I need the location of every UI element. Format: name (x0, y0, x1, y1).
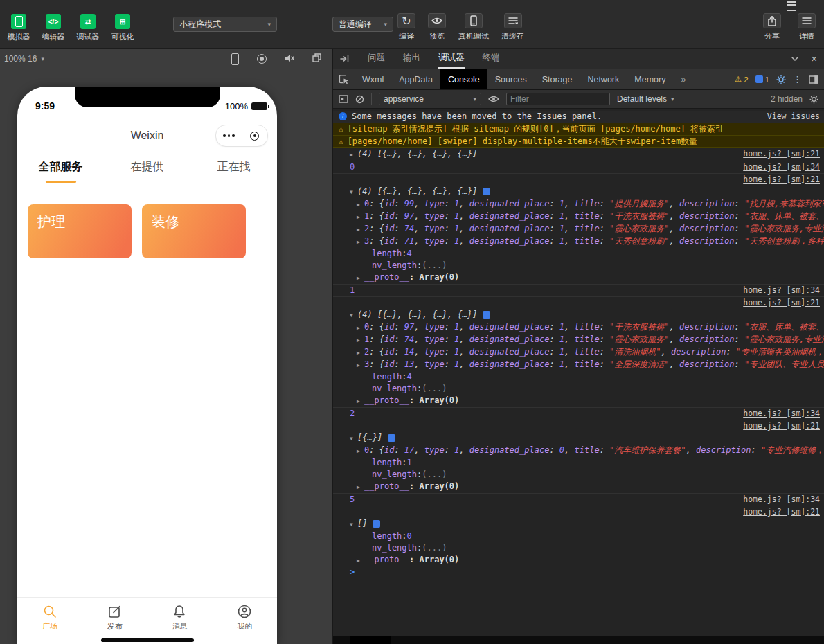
console-object-row[interactable]: ▶2: {id: 14, type: 1, designated_place: … (333, 346, 824, 359)
more-tabs-icon[interactable]: » (673, 69, 693, 89)
compile-button[interactable]: ↻ 编译 (397, 13, 415, 42)
mode-select[interactable]: 小程序模式 ▾ (173, 17, 277, 32)
expand-arrow-icon[interactable]: ▶ (357, 445, 364, 456)
tab-console[interactable]: Console (440, 69, 487, 89)
console-property-row[interactable]: nv_length: (...) (333, 542, 824, 554)
multi-window-icon[interactable] (312, 53, 321, 64)
console-sidebar-icon[interactable] (339, 95, 348, 103)
console-log-row[interactable]: ▼(4) [{…}, {…}, {…}, {…}] (333, 309, 824, 321)
console-proto-row[interactable]: ▶__proto__: Array(0) (333, 481, 824, 494)
console-property-row[interactable]: nv_length: (...) (333, 260, 824, 271)
source-link[interactable]: home.js? [sm]:21 (733, 149, 820, 159)
tabbar-profile[interactable]: 我的 (212, 598, 277, 638)
view-issues-link[interactable]: View issues (758, 111, 820, 122)
source-link[interactable]: home.js? [sm]:21 (733, 421, 820, 431)
console-object-row[interactable]: ▶3: {id: 13, type: 1, designated_place: … (333, 359, 824, 371)
device-icon[interactable] (231, 53, 239, 65)
console-object-row[interactable]: ▶0: {id: 99, type: 1, designated_place: … (333, 198, 824, 211)
debugger-toggle-button[interactable]: ⇄ 调试器 (72, 14, 104, 42)
tabbar-publish[interactable]: 发布 (82, 598, 147, 638)
tabbar-plaza[interactable]: 广场 (17, 598, 82, 638)
expand-arrow-icon[interactable]: ▶ (357, 322, 364, 333)
console-property-row[interactable]: length: 4 (333, 371, 824, 383)
console-proto-row[interactable]: ▶__proto__: Array(0) (333, 554, 824, 566)
console-object-row[interactable]: ▶0: {id: 17, type: 1, designated_place: … (333, 445, 824, 457)
tab-seeking[interactable]: 正在找 (190, 160, 277, 183)
expand-arrow-icon[interactable]: ▶ (357, 211, 364, 222)
expand-arrow-icon[interactable]: ▶ (350, 149, 357, 160)
expand-arrow-icon[interactable]: ▶ (357, 272, 364, 283)
console-property-row[interactable]: length: 1 (333, 457, 824, 469)
expand-arrow-icon[interactable]: ▶ (357, 347, 364, 358)
close-icon[interactable]: × (811, 53, 817, 64)
expand-arrow-icon[interactable]: ▼ (350, 433, 357, 444)
expand-arrow-icon[interactable]: ▶ (357, 395, 364, 406)
clear-cache-button[interactable]: 清缓存 (501, 13, 524, 42)
source-link[interactable]: home.js? [sm]:34 (733, 285, 820, 296)
source-link[interactable]: home.js? [sm]:34 (733, 162, 820, 172)
console-log-row[interactable]: ▼[{…}] (333, 432, 824, 445)
eye-icon[interactable] (488, 95, 499, 103)
issue-count-badge[interactable]: 1 (755, 75, 769, 84)
console-property-row[interactable]: nv_length: (...) (333, 469, 824, 481)
console-log-row[interactable]: ▶(4) [{…}, {…}, {…}, {…}]home.js? [sm]:2… (333, 148, 824, 161)
source-link[interactable]: home.js? [sm]:21 (733, 298, 820, 308)
levels-select[interactable]: Default levels ▾ (617, 94, 674, 104)
warning-count-badge[interactable]: ⚠2 (735, 75, 748, 84)
capsule-home-icon[interactable] (242, 125, 268, 146)
tabbar-messages[interactable]: 消息 (147, 598, 213, 638)
tab-providing[interactable]: 在提供 (104, 160, 190, 183)
console-log-row[interactable]: ▼(4) [{…}, {…}, {…}, {…}] (333, 186, 824, 198)
expand-arrow-icon[interactable]: ▼ (350, 310, 357, 321)
tab-debugger[interactable]: 调试器 (438, 48, 465, 69)
console-property-row[interactable]: length: 4 (333, 248, 824, 260)
settings-gear-icon[interactable] (776, 75, 786, 84)
editor-toggle-button[interactable]: </> 编辑器 (37, 14, 69, 42)
console-object-row[interactable]: ▶0: {id: 97, type: 1, designated_place: … (333, 321, 824, 334)
compile-mode-select[interactable]: 普通编译 ▾ (332, 17, 393, 32)
preview-button[interactable]: 预览 (428, 13, 446, 42)
copy-icon[interactable] (388, 434, 395, 442)
copy-icon[interactable] (483, 311, 490, 319)
console-settings-icon[interactable] (809, 95, 818, 104)
visualizer-toggle-button[interactable]: ⊞ 可视化 (107, 14, 138, 42)
tab-issues[interactable]: 问题 (368, 48, 385, 69)
expand-arrow-icon[interactable]: ▶ (357, 199, 364, 210)
kebab-menu-icon[interactable]: ⋮ (793, 74, 802, 84)
expand-arrow-icon[interactable]: ▶ (357, 334, 364, 346)
expand-arrow-icon[interactable]: ▶ (357, 555, 364, 566)
tab-sources[interactable]: Sources (487, 69, 535, 89)
share-button[interactable]: 分享 (763, 13, 781, 42)
dock-panel-icon[interactable] (340, 55, 350, 63)
console-object-row[interactable]: ▶3: {id: 71, type: 1, designated_place: … (333, 235, 824, 248)
device-debug-button[interactable]: 真机调试 (458, 13, 489, 42)
source-link[interactable]: home.js? [sm]:34 (733, 494, 820, 505)
tab-wxml[interactable]: Wxml (355, 69, 391, 89)
console-log-row[interactable]: ▼[] (333, 518, 824, 530)
expand-arrow-icon[interactable]: ▶ (357, 481, 364, 492)
dock-side-icon[interactable] (809, 75, 818, 84)
console-proto-row[interactable]: ▶__proto__: Array(0) (333, 271, 824, 285)
console-object-row[interactable]: ▶1: {id: 97, type: 1, designated_place: … (333, 211, 824, 223)
inspect-element-icon[interactable] (333, 69, 355, 89)
filter-input[interactable] (506, 93, 610, 105)
tab-all-services[interactable]: 全部服务 (17, 160, 104, 183)
collapse-chevron-icon[interactable] (791, 57, 798, 61)
console-proto-row[interactable]: ▶__proto__: Array(0) (333, 395, 824, 408)
source-link[interactable]: home.js? [sm]:21 (733, 507, 820, 517)
simulator-toggle-button[interactable]: 模拟器 (3, 14, 35, 42)
source-link[interactable]: home.js? [sm]:34 (733, 409, 820, 419)
clear-console-icon[interactable] (355, 95, 364, 104)
copy-icon[interactable] (483, 188, 490, 195)
tab-output[interactable]: 输出 (403, 48, 420, 69)
expand-arrow-icon[interactable]: ▼ (350, 186, 357, 197)
zoom-control[interactable]: 100% 16 ▾ (4, 54, 44, 64)
source-link[interactable]: home.js? [sm]:21 (733, 175, 820, 185)
record-icon[interactable] (257, 54, 267, 64)
tab-network[interactable]: Network (580, 69, 627, 89)
capsule-menu[interactable] (215, 125, 268, 147)
card-nursing[interactable]: 护理 (28, 204, 132, 258)
console-object-row[interactable]: ▶2: {id: 74, type: 1, designated_place: … (333, 223, 824, 235)
main-menu-icon[interactable] (787, 1, 796, 11)
console-object-row[interactable]: ▶1: {id: 74, type: 1, designated_place: … (333, 334, 824, 346)
